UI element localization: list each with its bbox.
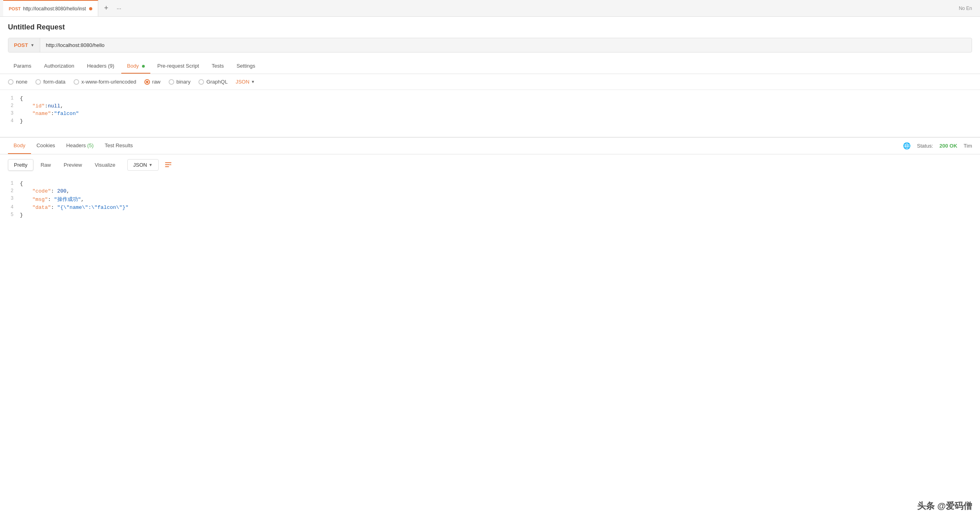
option-binary-label: binary — [177, 79, 191, 85]
tab-tests[interactable]: Tests — [206, 59, 229, 74]
resp-line-5: 5 } — [0, 211, 980, 219]
option-graphql-label: GraphQL — [206, 79, 228, 85]
tab-url: http://localhost:8080/hello/inst — [23, 6, 86, 12]
req-linenum-2: 2 — [0, 103, 20, 109]
resp-linenum-5: 5 — [0, 212, 20, 218]
option-form-data-label: form-data — [43, 79, 66, 85]
req-linenum-1: 1 — [0, 95, 20, 101]
method-dropdown-arrow: ▼ — [30, 43, 34, 47]
resp-line-2: 2 "code": 200, — [0, 187, 980, 195]
resp-line-content-4: "data": "{\"name\":\"falcon\"}" — [20, 204, 980, 210]
radio-none — [8, 79, 14, 85]
resp-preview-btn[interactable]: Preview — [58, 160, 88, 170]
req-line-content-2: "id":null, — [20, 103, 980, 109]
req-line-4: 4 } — [0, 117, 980, 125]
resp-tab-headers-label: Headers (5) — [66, 142, 94, 148]
req-line-1: 1 { — [0, 95, 980, 102]
resp-raw-btn[interactable]: Raw — [35, 160, 56, 170]
radio-form-data — [35, 79, 41, 85]
method-select[interactable]: POST ▼ — [8, 38, 40, 52]
url-bar: POST ▼ — [8, 38, 972, 53]
body-options: none form-data x-www-form-urlencoded raw… — [0, 74, 980, 90]
tab-pre-request-label: Pre-request Script — [158, 63, 199, 69]
req-line-2: 2 "id":null, — [0, 102, 980, 110]
resp-line-3: 3 "msg": "操作成功", — [0, 195, 980, 204]
time-label: Tim — [964, 143, 972, 149]
option-raw[interactable]: raw — [144, 79, 161, 85]
resp-tab-cookies-label: Cookies — [37, 142, 55, 148]
svg-rect-2 — [165, 166, 169, 167]
resp-linenum-2: 2 — [0, 188, 20, 194]
req-line-3: 3 "name":"falcon" — [0, 110, 980, 117]
tab-settings-label: Settings — [237, 63, 255, 69]
tab-headers-label: Headers (9) — [87, 63, 115, 69]
tab-body[interactable]: Body — [121, 59, 150, 74]
tab-body-label: Body — [127, 63, 144, 69]
resp-line-1: 1 { — [0, 180, 980, 187]
req-line-content-3: "name":"falcon" — [20, 111, 980, 117]
status-area: 🌐 Status: 200 OK Tim — [903, 142, 972, 150]
radio-binary — [169, 79, 174, 85]
radio-raw-inner — [146, 81, 148, 83]
resp-tab-headers[interactable]: Headers (5) — [61, 138, 99, 154]
option-none[interactable]: none — [8, 79, 27, 85]
option-urlencoded-label: x-www-form-urlencoded — [82, 79, 136, 85]
request-body-editor[interactable]: 1 { 2 "id":null, 3 "name":"falcon" 4 } — [0, 90, 980, 137]
resp-linenum-1: 1 — [0, 181, 20, 186]
format-label: JSON — [235, 79, 249, 85]
url-input[interactable] — [40, 38, 972, 52]
tab-headers[interactable]: Headers (9) — [82, 59, 120, 74]
add-tab-button[interactable]: + — [100, 2, 113, 15]
more-tabs-button[interactable]: ··· — [113, 2, 125, 15]
radio-graphql — [198, 79, 204, 85]
resp-tab-test-results-label: Test Results — [105, 142, 133, 148]
tab-authorization-label: Authorization — [44, 63, 74, 69]
option-none-label: none — [16, 79, 27, 85]
option-binary[interactable]: binary — [169, 79, 191, 85]
svg-rect-0 — [165, 162, 171, 163]
resp-format-select[interactable]: JSON ▼ — [127, 159, 159, 171]
req-line-content-1: { — [20, 95, 980, 101]
option-raw-label: raw — [152, 79, 161, 85]
svg-rect-1 — [165, 164, 170, 165]
method-label: POST — [14, 42, 28, 48]
status-value: 200 OK — [939, 143, 957, 149]
format-dropdown-arrow: ▼ — [251, 80, 255, 84]
resp-line-content-3: "msg": "操作成功", — [20, 196, 980, 203]
resp-pretty-btn[interactable]: Pretty — [8, 159, 33, 171]
req-linenum-3: 3 — [0, 111, 20, 116]
response-format-bar: Pretty Raw Preview Visualize JSON ▼ — [0, 154, 980, 175]
resp-line-4: 4 "data": "{\"name\":\"falcon\"}" — [0, 204, 980, 211]
response-body-editor: 1 { 2 "code": 200, 3 "msg": "操作成功", 4 "d… — [0, 175, 980, 239]
resp-line-content-2: "code": 200, — [20, 188, 980, 194]
option-form-data[interactable]: form-data — [35, 79, 66, 85]
resp-format-arrow: ▼ — [149, 163, 153, 167]
tab-tests-label: Tests — [212, 63, 224, 69]
resp-tab-test-results[interactable]: Test Results — [99, 138, 138, 154]
tab-pre-request[interactable]: Pre-request Script — [152, 59, 205, 74]
tab-settings[interactable]: Settings — [231, 59, 261, 74]
globe-icon: 🌐 — [903, 142, 911, 150]
resp-wrap-btn[interactable] — [162, 158, 175, 171]
tab-bar: POST http://localhost:8080/hello/inst + … — [0, 0, 980, 17]
resp-line-content-5: } — [20, 212, 980, 218]
resp-linenum-4: 4 — [0, 204, 20, 210]
tab-params[interactable]: Params — [8, 59, 37, 74]
wrap-icon — [164, 161, 172, 169]
resp-tab-cookies[interactable]: Cookies — [31, 138, 61, 154]
resp-linenum-3: 3 — [0, 196, 20, 201]
resp-tab-body-label: Body — [14, 142, 25, 148]
resp-line-content-1: { — [20, 181, 980, 187]
format-select[interactable]: JSON ▼ — [235, 79, 255, 85]
tab-authorization[interactable]: Authorization — [39, 59, 80, 74]
resp-visualize-btn[interactable]: Visualize — [89, 160, 121, 170]
active-tab[interactable]: POST http://localhost:8080/hello/inst — [3, 0, 98, 16]
req-linenum-4: 4 — [0, 118, 20, 124]
option-urlencoded[interactable]: x-www-form-urlencoded — [74, 79, 136, 85]
resp-format-label: JSON — [133, 162, 147, 168]
resp-tab-body[interactable]: Body — [8, 138, 31, 154]
option-graphql[interactable]: GraphQL — [198, 79, 228, 85]
tab-method: POST — [9, 6, 21, 11]
response-tabs: Body Cookies Headers (5) Test Results 🌐 … — [0, 138, 980, 154]
req-line-content-4: } — [20, 118, 980, 124]
